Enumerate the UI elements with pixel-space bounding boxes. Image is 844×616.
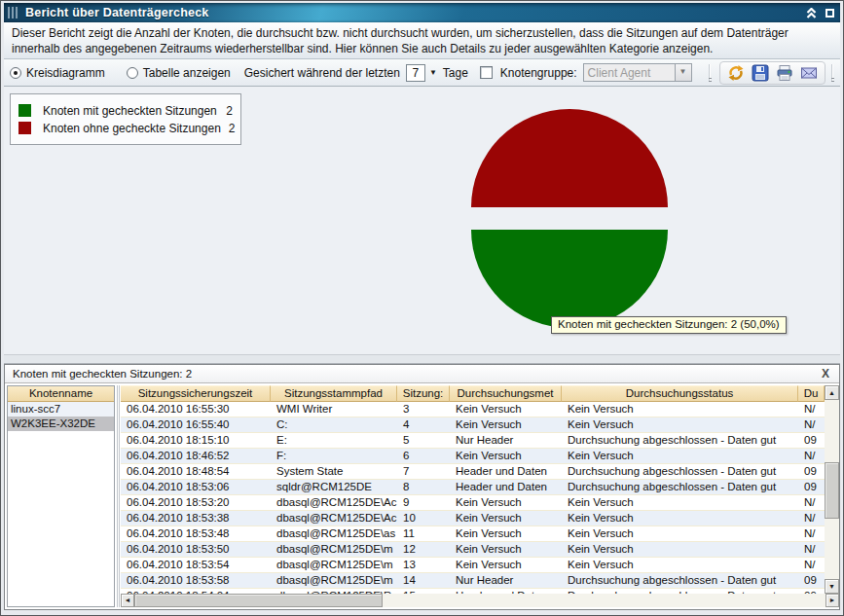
chevron-down-icon: ▼ — [675, 64, 691, 81]
table-cell: Durchsuchung abgeschlossen - Daten gut — [562, 464, 798, 479]
table-cell: Kein Versuch — [450, 402, 562, 417]
scroll-right-icon[interactable]: ► — [826, 594, 839, 607]
table-cell: 06.04.2010 16:55:40 — [121, 417, 271, 432]
table-cell: 3 — [397, 402, 450, 417]
node-list: Knotenname linux-scc7W2K3EE-X32DE — [7, 385, 115, 607]
table-cell: 09 — [798, 480, 825, 494]
table-row[interactable]: 06.04.2010 18:53:58dbasql@RCM125DE\m14Nu… — [121, 573, 825, 589]
table-cell: 06.04.2010 18:15:10 — [121, 433, 271, 448]
table-cell: 09 — [798, 573, 825, 588]
collapse-icon[interactable] — [805, 8, 818, 18]
table-cell: Kein Versuch — [450, 417, 562, 432]
detail-panel-body: Knotenname linux-scc7W2K3EE-X32DE Sitzun… — [5, 383, 839, 609]
toolbar-icon-group — [719, 61, 826, 85]
horizontal-scroll-thumb[interactable] — [134, 594, 383, 607]
table-cell: Nur Header — [450, 573, 562, 588]
table-cell: 12 — [397, 542, 450, 557]
horizontal-scrollbar[interactable]: ◄ ► — [121, 594, 839, 607]
table-header-row: SitzungssicherungszeitSitzungsstammpfadS… — [121, 385, 839, 402]
legend-swatch-icon — [18, 122, 31, 134]
column-header[interactable]: Sitzungssicherungszeit — [121, 385, 271, 402]
table-row[interactable]: 06.04.2010 18:53:20dbasql@RCM125DE\Ac9Ke… — [121, 495, 825, 511]
table-cell: N/ — [798, 417, 825, 432]
sessions-table: SitzungssicherungszeitSitzungsstammpfadS… — [121, 385, 839, 607]
scroll-left-icon[interactable]: ◄ — [121, 594, 134, 607]
table-cell: Kein Versuch — [562, 526, 798, 541]
vertical-scrollbar[interactable]: ▲ ▼ — [825, 385, 839, 594]
legend-label: Knoten mit gecheckten Sitzungen — [43, 104, 218, 118]
table-cell: 06.04.2010 18:53:38 — [121, 511, 271, 525]
table-cell: 11 — [397, 526, 450, 541]
refresh-icon[interactable] — [727, 64, 745, 82]
table-cell: 09 — [798, 433, 825, 448]
table-cell: 7 — [397, 464, 450, 479]
pie-slice-ohne-gecheckte-sitzungen[interactable] — [471, 109, 668, 207]
table-row[interactable]: 06.04.2010 18:46:52F:6Kein VersuchKein V… — [121, 449, 825, 464]
table-cell: Durchsuchung abgeschlossen - Daten gut — [562, 480, 798, 494]
radio-kreisdiagramm[interactable]: Kreisdiagramm — [10, 66, 105, 80]
table-row[interactable]: 06.04.2010 18:15:10E:5Nur HeaderDurchsuc… — [121, 433, 825, 449]
table-cell: dbasql@RCM125DE\Ac — [271, 495, 397, 510]
table-cell: Nur Header — [450, 433, 562, 448]
table-row[interactable]: 06.04.2010 18:53:48dbasql@RCM125DE\as11K… — [121, 526, 825, 542]
table-cell: Kein Versuch — [450, 449, 562, 463]
table-cell: N/ — [798, 558, 825, 572]
table-cell: N/ — [798, 402, 825, 417]
table-cell: System State — [271, 464, 397, 479]
radio-tabelle-label: Tabelle anzeigen — [143, 66, 231, 80]
horizontal-splitter[interactable] — [4, 354, 840, 364]
maximize-icon[interactable] — [826, 9, 834, 18]
table-row[interactable]: 06.04.2010 18:53:50dbasql@RCM125DE\m12Ke… — [121, 542, 825, 558]
days-dropdown-icon[interactable]: ▼ — [429, 68, 437, 77]
radio-tabelle-anzeigen[interactable]: Tabelle anzeigen — [127, 66, 231, 80]
email-icon[interactable] — [800, 64, 818, 82]
table-cell: Kein Versuch — [450, 526, 562, 541]
legend-item: Knoten mit gecheckten Sitzungen 2 — [18, 103, 233, 118]
save-icon[interactable] — [752, 64, 769, 82]
scroll-up-icon[interactable]: ▲ — [825, 385, 839, 400]
pie-slice-mit-gecheckten-sitzungen[interactable] — [471, 230, 668, 328]
table-cell: 6 — [397, 449, 450, 463]
table-cell: 06.04.2010 16:55:30 — [121, 402, 271, 417]
node-list-item[interactable]: W2K3EE-X32DE — [8, 417, 114, 431]
days-input[interactable]: 7 — [406, 64, 425, 82]
table-row[interactable]: 06.04.2010 16:55:30WMI Writer3Kein Versu… — [121, 402, 825, 417]
table-cell: N/ — [798, 495, 825, 510]
scroll-down-icon[interactable]: ▼ — [825, 579, 839, 594]
horizontal-scroll-track[interactable] — [134, 594, 826, 607]
table-row[interactable]: 06.04.2010 18:53:38dbasql@RCM125DE\Ac10K… — [121, 511, 825, 526]
table-row[interactable]: 06.04.2010 16:55:40C:4Kein VersuchKein V… — [121, 417, 825, 433]
table-row[interactable]: 06.04.2010 18:53:54dbasql@RCM125DE\m13Ke… — [121, 558, 825, 573]
table-cell: C: — [271, 417, 397, 432]
table-cell: Durchsuchung abgeschlossen - Daten gut — [562, 573, 798, 588]
column-header[interactable]: Du — [798, 385, 825, 402]
table-row[interactable]: 06.04.2010 18:53:06sqldr@RCM125DE8Header… — [121, 480, 825, 495]
table-cell: dbasql@RCM125DE\Ac — [271, 511, 397, 525]
table-cell: N/ — [798, 511, 825, 525]
column-header[interactable]: Sitzungsstammpfad — [271, 385, 397, 402]
node-list-header[interactable]: Knotenname — [8, 386, 114, 402]
column-header[interactable]: Durchsuchungsmet — [450, 385, 562, 402]
table-cell: 06.04.2010 18:48:54 — [121, 464, 271, 479]
close-icon[interactable]: X — [820, 368, 831, 380]
table-cell: 06.04.2010 18:53:54 — [121, 558, 271, 572]
legend-item: Knoten ohne gecheckte Sitzungen 2 — [18, 121, 233, 135]
vertical-scroll-thumb[interactable] — [825, 462, 839, 519]
table-cell: E: — [271, 433, 397, 448]
table-cell: Kein Versuch — [562, 558, 798, 572]
column-header[interactable]: Durchsuchungsstatus — [562, 385, 798, 402]
table-cell: N/ — [798, 542, 825, 557]
table-row[interactable]: 06.04.2010 18:48:54System State7Header u… — [121, 464, 825, 480]
column-header[interactable]: Sitzung: — [397, 385, 450, 402]
report-description: Dieser Bericht zeigt die Anzahl der Knot… — [4, 22, 840, 59]
table-cell: WMI Writer — [271, 402, 397, 417]
legend-value: 2 — [226, 104, 233, 118]
table-cell: dbasql@RCM125DE\as — [271, 526, 397, 541]
nodegroup-select[interactable]: Client Agent ▼ — [583, 63, 692, 82]
table-cell: 06.04.2010 18:46:52 — [121, 449, 271, 463]
vertical-scroll-track[interactable] — [825, 400, 839, 579]
print-icon[interactable] — [776, 64, 793, 82]
table-cell: Kein Versuch — [562, 542, 798, 557]
node-list-item[interactable]: linux-scc7 — [8, 402, 114, 417]
nodegroup-checkbox[interactable] — [480, 66, 493, 79]
